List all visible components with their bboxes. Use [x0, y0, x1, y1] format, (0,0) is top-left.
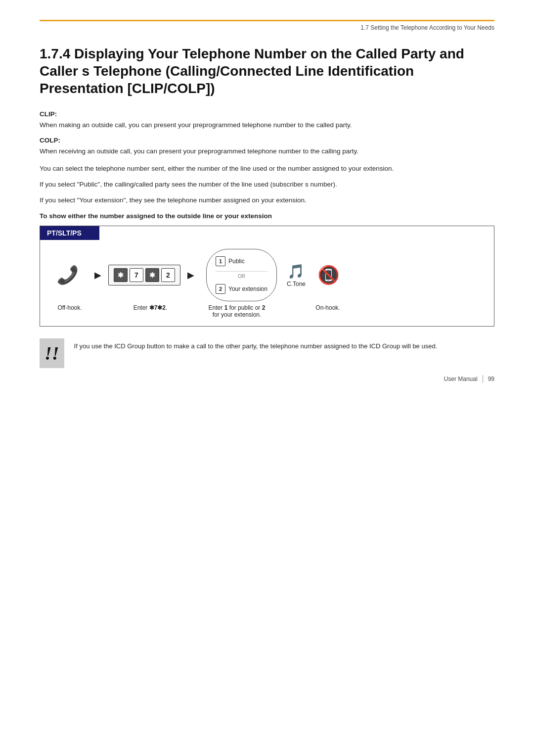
clip-text: When making an outside call, you can pre… [40, 121, 352, 129]
label-enter: Enter ✱7✱2. [118, 304, 182, 318]
option-2-num: 2 [216, 284, 225, 294]
or-divider: OR [216, 271, 267, 279]
option-ext-row: 2 Your extension [216, 284, 267, 294]
colp-block: COLP: When receiving an outside call, yo… [40, 135, 494, 156]
note-text: If you use the ICD Group button to make … [74, 338, 438, 351]
options-label-text: Enter 1 for public or 2for your extensio… [209, 304, 266, 318]
arrow1-icon: ▶ [94, 270, 101, 281]
diagram-steps-row: 📞 ▶ ✱ 7 ✱ 2 ▶ 1 Public OR [40, 240, 494, 301]
key-sequence-box: ✱ 7 ✱ 2 [108, 265, 180, 285]
onhook-label-text: On-hook. [315, 304, 340, 311]
offhook-icon: 📞 [56, 265, 79, 285]
diagram-labels-row: Off-hook. Enter ✱7✱2. Enter 1 for public… [40, 301, 494, 318]
enter-label-text: Enter ✱7✱2. [134, 304, 168, 311]
key-star1: ✱ [114, 268, 128, 282]
options-area: 1 Public OR 2 Your extension [206, 249, 277, 301]
section-ref-text: 1.7 Setting the Telephone According to Y… [360, 24, 494, 31]
page-footer: User Manual 99 [444, 375, 494, 383]
onhook-step: 📵 [317, 265, 340, 285]
footer-label: User Manual [444, 376, 478, 382]
para3-text: If you select "Your extension", they see… [40, 195, 494, 206]
para1-text: You can select the telephone number sent… [40, 163, 494, 174]
option-ext-label: Your extension [228, 285, 267, 292]
key-2: 2 [161, 268, 175, 282]
section-header: 1.7 Setting the Telephone According to Y… [40, 20, 494, 31]
onhook-icon: 📵 [317, 265, 340, 285]
offhook-label-text: Off-hook. [57, 304, 82, 311]
diagram-box: PT/SLT/PS 📞 ▶ ✱ 7 ✱ 2 ▶ 1 [40, 226, 494, 327]
options-box: 1 Public OR 2 Your extension [206, 249, 277, 301]
label-tone [272, 304, 307, 318]
ctone-step: 🎵 C.Tone [287, 263, 306, 287]
page-title: 1.7.4 Displaying Your Telephone Number o… [40, 45, 494, 97]
offhook-step: 📞 [52, 265, 88, 285]
note-box: !! If you use the ICD Group button to ma… [40, 338, 494, 368]
option-public-label: Public [228, 258, 245, 265]
option-1-num: 1 [216, 256, 225, 266]
clip-block: CLIP: When making an outside call, you c… [40, 109, 494, 130]
footer-page: 99 [488, 376, 494, 382]
para2-text: If you select "Public", the calling/call… [40, 179, 494, 190]
note-icon: !! [40, 338, 64, 368]
tone-icon: 🎵 [287, 263, 305, 280]
label-options: Enter 1 for public or 2for your extensio… [202, 304, 271, 318]
instruction-heading: To show either the number assigned to th… [40, 212, 494, 220]
option-public-row: 1 Public [216, 256, 267, 266]
label-offhook: Off-hook. [52, 304, 88, 318]
key-star2: ✱ [145, 268, 159, 282]
arrow2-icon: ▶ [187, 270, 194, 281]
ctone-label: C.Tone [287, 281, 306, 287]
colp-text: When receiving an outside call, you can … [40, 147, 358, 155]
label-onhook: On-hook. [313, 304, 343, 318]
footer-divider [483, 375, 483, 383]
colp-label: COLP: [40, 137, 60, 144]
diagram-header: PT/SLT/PS [40, 226, 99, 240]
clip-label: CLIP: [40, 110, 57, 118]
key-7: 7 [130, 268, 143, 282]
